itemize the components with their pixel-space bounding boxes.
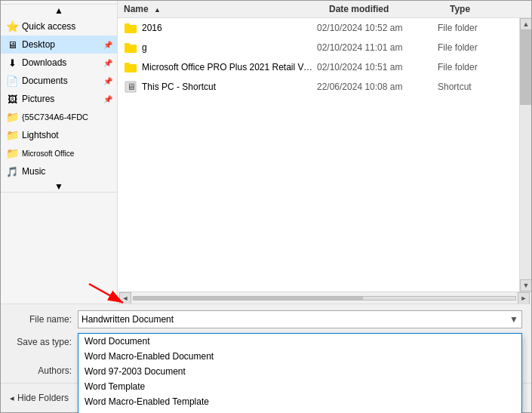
sidebar-item-label: Documents (22, 76, 68, 86)
dropdown-option-word-macro-enabled[interactable]: Word Macro-Enabled Document (78, 349, 521, 364)
sidebar-item-pictures[interactable]: 🖼 Pictures 📌 (1, 90, 117, 108)
scroll-track[interactable] (520, 30, 531, 279)
pin-icon: 📌 (103, 77, 112, 85)
save-type-dropdown: Word Document Word Macro-Enabled Documen… (78, 333, 522, 413)
vertical-scrollbar[interactable]: ▲ ▼ (519, 18, 531, 291)
file-list-area: Name ▲ Date modified Type (118, 1, 531, 304)
browser-area: ▲ ⭐ Quick access 🖥 Desktop 📌 ⬇ Downloads… (1, 1, 531, 304)
sidebar-item-label: Music (22, 166, 45, 177)
file-type: Shortcut (438, 82, 513, 92)
h-scroll-thumb[interactable] (134, 297, 363, 300)
file-list-header: Name ▲ Date modified Type (118, 1, 531, 18)
form-area: File name: Handwritten Document ▼ Save a… (1, 304, 531, 362)
svg-rect-2 (125, 45, 137, 53)
column-name-header[interactable]: Name ▲ (124, 4, 329, 14)
file-type: File folder (438, 42, 513, 53)
hide-folders-label: Hide Folders (17, 393, 69, 403)
chevron-down-icon: ▼ (54, 181, 63, 192)
desktop-icon: 🖥 (5, 38, 19, 51)
file-list: 2016 02/10/2024 10:52 am File folder g 0… (118, 18, 519, 291)
file-date: 22/06/2024 10:08 am (317, 82, 438, 92)
svg-rect-0 (125, 25, 137, 33)
dropdown-option-word-macro-enabled-template[interactable]: Word Macro-Enabled Template (78, 394, 521, 409)
folder-icon (124, 41, 137, 54)
shortcut-icon: 🖥 (124, 80, 137, 94)
pictures-icon: 🖼 (5, 92, 19, 106)
sidebar-item-desktop[interactable]: 🖥 Desktop 📌 (1, 35, 117, 54)
scroll-thumb[interactable] (520, 30, 531, 105)
file-name-value: Handwritten Document (81, 314, 174, 325)
h-scroll-track[interactable] (133, 296, 516, 301)
svg-rect-5 (125, 63, 130, 65)
sort-arrow-icon: ▲ (154, 6, 161, 14)
folder-icon (124, 21, 137, 35)
sidebar-item-lightshot[interactable]: 📁 Lightshot (1, 126, 117, 144)
file-name-input[interactable]: Handwritten Document ▼ (78, 310, 522, 328)
sidebar-item-label: Microsoft Office (22, 149, 74, 158)
table-row[interactable]: g 02/10/2024 11:01 am File folder (118, 38, 519, 57)
sidebar-item-downloads[interactable]: ⬇ Downloads 📌 (1, 54, 117, 72)
dropdown-option-word-template[interactable]: Word Template (78, 379, 521, 394)
downloads-icon: ⬇ (5, 56, 19, 69)
hide-folders-button[interactable]: ◂ Hide Folders (10, 393, 69, 403)
svg-rect-3 (125, 43, 130, 45)
file-date: 02/10/2024 11:01 am (317, 42, 438, 53)
scroll-right-button[interactable]: ► (518, 292, 530, 304)
svg-text:🖥: 🖥 (127, 82, 136, 92)
sidebar-item-label: Desktop (22, 39, 55, 50)
save-as-type-container: Word Document ▼ Word Document Word Macro… (78, 333, 522, 351)
quick-access-icon: ⭐ (5, 20, 19, 33)
dropdown-option-word-97-2003[interactable]: Word 97-2003 Document (78, 364, 521, 379)
chevron-left-icon: ◂ (10, 393, 14, 403)
table-row[interactable]: 2016 02/10/2024 10:52 am File folder (118, 18, 519, 38)
sidebar-item-music[interactable]: 🎵 Music (1, 162, 117, 180)
file-name: Microsoft Office PRO Plus 2021 Retail Ve… (142, 62, 317, 72)
sidebar: ▲ ⭐ Quick access 🖥 Desktop 📌 ⬇ Downloads… (1, 1, 118, 304)
sidebar-scroll-down[interactable]: ▼ (1, 180, 117, 193)
pin-icon: 📌 (103, 59, 112, 67)
file-name: g (142, 42, 317, 53)
sidebar-item-label: Pictures (22, 94, 54, 104)
svg-rect-4 (125, 64, 137, 72)
folder-icon (124, 60, 137, 74)
sidebar-item-label: Downloads (22, 57, 66, 68)
file-type: File folder (438, 62, 513, 72)
table-row[interactable]: 🖥 This PC - Shortcut 22/06/2024 10:08 am… (118, 77, 519, 97)
file-name: This PC - Shortcut (142, 82, 317, 92)
svg-rect-1 (125, 23, 130, 26)
dropdown-option-word-document[interactable]: Word Document (78, 334, 521, 349)
file-type: File folder (438, 23, 513, 33)
scroll-down-button[interactable]: ▼ (520, 279, 531, 291)
folder-icon: 📁 (5, 128, 19, 142)
file-name: 2016 (142, 23, 317, 33)
dropdown-option-word-97-2003-template[interactable]: Word 97-2003 Template (78, 409, 521, 413)
table-row[interactable]: Microsoft Office PRO Plus 2021 Retail Ve… (118, 57, 519, 77)
save-as-dialog: ▲ ⭐ Quick access 🖥 Desktop 📌 ⬇ Downloads… (0, 0, 532, 413)
file-date: 02/10/2024 10:51 am (317, 62, 438, 72)
sidebar-item-label: Lightshot (22, 130, 59, 140)
save-as-type-label: Save as type: (10, 337, 78, 347)
sidebar-item-55c[interactable]: 📁 {55C734A6-4FDC (1, 108, 117, 126)
save-as-type-row: Save as type: Word Document ▼ Word Docum… (10, 333, 522, 351)
documents-icon: 📄 (5, 74, 19, 88)
file-date: 02/10/2024 10:52 am (317, 23, 438, 33)
dropdown-arrow-icon: ▼ (509, 314, 518, 325)
horizontal-scrollbar[interactable]: ◄ ► (118, 291, 531, 304)
music-icon: 🎵 (5, 165, 19, 178)
column-date-header[interactable]: Date modified (329, 4, 450, 14)
sidebar-item-microsoft-office[interactable]: 📁 Microsoft Office (1, 144, 117, 162)
scroll-left-button[interactable]: ◄ (119, 292, 131, 304)
pin-icon: 📌 (103, 95, 112, 103)
sidebar-item-label: {55C734A6-4FDC (22, 112, 88, 122)
scroll-up-button[interactable]: ▲ (520, 18, 531, 30)
sidebar-item-quick-access[interactable]: ⭐ Quick access (1, 17, 117, 35)
sidebar-item-documents[interactable]: 📄 Documents 📌 (1, 72, 117, 90)
sidebar-scroll-up[interactable]: ▲ (1, 4, 117, 16)
authors-label: Authors: (10, 365, 78, 376)
file-name-row: File name: Handwritten Document ▼ (10, 310, 522, 328)
file-name-label: File name: (10, 314, 78, 325)
folder-icon: 📁 (5, 110, 19, 124)
column-type-header[interactable]: Type (450, 4, 525, 14)
folder-icon: 📁 (5, 146, 19, 160)
chevron-up-icon: ▲ (54, 5, 63, 16)
